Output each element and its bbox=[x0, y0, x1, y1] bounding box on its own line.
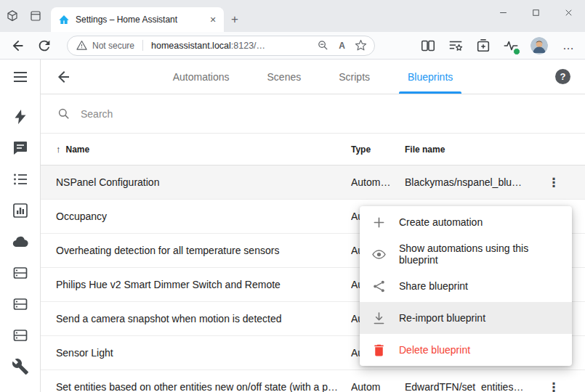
sidebar-menu-icon[interactable] bbox=[12, 68, 29, 86]
table-header: ↑ Name Type File name bbox=[41, 134, 585, 166]
menu-item-show-automations[interactable]: Show automations using this blueprint bbox=[360, 238, 572, 270]
browser-navbar: Not secure homeassistant.local:8123/… A bbox=[0, 32, 585, 60]
url-host: homeassistant.local bbox=[151, 41, 231, 51]
sidebar-server-icon[interactable] bbox=[12, 295, 29, 313]
sidebar-assist-chat-icon[interactable] bbox=[12, 139, 29, 157]
download-icon bbox=[371, 311, 387, 326]
menu-item-create-automation[interactable]: Create automation bbox=[360, 206, 572, 238]
menu-item-reimport-blueprint[interactable]: Re-import blueprint bbox=[360, 302, 572, 334]
maximize-icon[interactable] bbox=[520, 0, 552, 25]
sidebar-energy-bolt-icon[interactable] bbox=[12, 108, 29, 126]
sidebar-history-chart-icon[interactable] bbox=[12, 202, 29, 219]
not-secure-warning-icon bbox=[76, 40, 87, 51]
url-text[interactable]: homeassistant.local:8123/… bbox=[151, 41, 307, 51]
titlebar-left-icons bbox=[0, 0, 51, 32]
back-icon[interactable] bbox=[10, 38, 26, 54]
row-file: Blackymas/nspanel_blueprin… bbox=[405, 176, 537, 188]
tab-blueprints[interactable]: Blueprints bbox=[389, 60, 472, 94]
share-icon bbox=[371, 279, 387, 294]
sort-ascending-icon: ↑ bbox=[56, 144, 61, 155]
browser-tab[interactable]: Settings – Home Assistant ✕ bbox=[51, 7, 224, 32]
read-aloud-icon[interactable]: A bbox=[339, 41, 345, 51]
address-divider bbox=[142, 40, 143, 51]
blueprint-context-menu: Create automation Show automations using… bbox=[360, 206, 572, 366]
tab-automations[interactable]: Automations bbox=[154, 60, 249, 94]
menu-item-delete-blueprint[interactable]: Delete blueprint bbox=[360, 334, 572, 366]
ha-sidebar bbox=[0, 60, 41, 392]
row-name: NSPanel Configuration bbox=[56, 176, 351, 188]
url-path: :8123/… bbox=[231, 41, 265, 51]
tab-title: Settings – Home Assistant bbox=[76, 15, 201, 25]
navbar-right-icons: … bbox=[420, 37, 578, 54]
tab-close-icon[interactable]: ✕ bbox=[206, 13, 219, 26]
row-type: Autom bbox=[351, 381, 405, 392]
sidebar-developer-tools-wrench-icon[interactable] bbox=[12, 358, 29, 375]
search-bar bbox=[41, 94, 585, 134]
row-name: Send a camera snapshot when motion is de… bbox=[56, 313, 351, 324]
table-row[interactable]: Set entities based on other entities new… bbox=[41, 370, 585, 392]
browser-menu-icon[interactable]: … bbox=[560, 39, 578, 52]
sidebar-cloud-icon[interactable] bbox=[12, 233, 29, 250]
browser-essentials-icon[interactable] bbox=[503, 38, 519, 54]
collections-icon[interactable] bbox=[475, 38, 491, 54]
workspaces-icon[interactable] bbox=[6, 9, 19, 23]
row-name: Set entities based on other entities new… bbox=[56, 381, 351, 392]
search-icon bbox=[57, 107, 70, 121]
column-header-type[interactable]: Type bbox=[351, 144, 405, 155]
home-assistant-favicon bbox=[58, 14, 70, 25]
row-name: Philips Hue v2 Smart Dimmer Switch and R… bbox=[56, 279, 351, 290]
address-bar[interactable]: Not secure homeassistant.local:8123/… A bbox=[67, 36, 375, 56]
home-assistant-app: Automations Scenes Scripts Blueprints ? … bbox=[0, 60, 585, 392]
trash-icon bbox=[371, 343, 387, 358]
column-header-file[interactable]: File name bbox=[405, 144, 537, 155]
split-screen-icon[interactable] bbox=[420, 38, 436, 54]
menu-item-label: Share blueprint bbox=[399, 280, 468, 292]
favorite-star-icon[interactable] bbox=[355, 39, 367, 52]
menu-item-label: Show automations using this blueprint bbox=[399, 242, 560, 266]
refresh-icon[interactable] bbox=[36, 38, 52, 54]
column-name-label: Name bbox=[66, 144, 90, 155]
plus-icon bbox=[371, 215, 387, 230]
row-name: Occupancy bbox=[56, 211, 351, 222]
table-row[interactable]: NSPanel Configuration Autom… Blackymas/n… bbox=[41, 166, 585, 200]
row-overflow-menu-icon[interactable]: ⋮ bbox=[548, 176, 560, 189]
profile-avatar[interactable] bbox=[530, 37, 548, 54]
ha-tab-bar: Automations Scenes Scripts Blueprints bbox=[41, 60, 585, 94]
menu-item-label: Re-import blueprint bbox=[399, 312, 485, 324]
search-input[interactable] bbox=[79, 107, 569, 121]
row-name: Overheating detection for all temperatur… bbox=[56, 245, 351, 256]
security-label[interactable]: Not secure bbox=[92, 41, 134, 51]
tab-actions-icon[interactable] bbox=[29, 9, 42, 23]
favorites-icon[interactable] bbox=[448, 38, 464, 54]
help-icon[interactable]: ? bbox=[555, 69, 570, 84]
menu-item-share-blueprint[interactable]: Share blueprint bbox=[360, 270, 572, 302]
menu-item-label: Create automation bbox=[399, 216, 483, 228]
browser-titlebar: Settings – Home Assistant ✕ + bbox=[0, 0, 585, 32]
column-header-name[interactable]: ↑ Name bbox=[56, 144, 351, 155]
row-file: EdwardTFN/set_entities_bas… bbox=[405, 381, 537, 392]
ha-back-icon[interactable] bbox=[55, 68, 73, 86]
row-type: Autom… bbox=[351, 176, 405, 188]
tab-scripts[interactable]: Scripts bbox=[320, 60, 389, 94]
row-name: Sensor Light bbox=[56, 347, 351, 359]
row-overflow-menu-icon[interactable]: ⋮ bbox=[548, 381, 560, 392]
new-tab-button[interactable]: + bbox=[224, 7, 246, 32]
sidebar-server-icon[interactable] bbox=[12, 264, 29, 282]
menu-item-label: Delete blueprint bbox=[399, 344, 470, 356]
sidebar-logbook-list-icon[interactable] bbox=[12, 171, 29, 188]
heart-pulse-icon bbox=[503, 38, 519, 54]
browser-window: Settings – Home Assistant ✕ + Not secure… bbox=[0, 0, 585, 392]
sidebar-server-icon[interactable] bbox=[12, 327, 29, 344]
close-window-icon[interactable] bbox=[552, 0, 585, 25]
minimize-icon[interactable] bbox=[487, 0, 520, 25]
zoom-out-icon[interactable] bbox=[317, 39, 329, 52]
window-controls bbox=[487, 0, 585, 25]
eye-icon bbox=[371, 247, 387, 262]
tab-scenes[interactable]: Scenes bbox=[249, 60, 320, 94]
ha-header: Automations Scenes Scripts Blueprints ? bbox=[41, 60, 585, 94]
